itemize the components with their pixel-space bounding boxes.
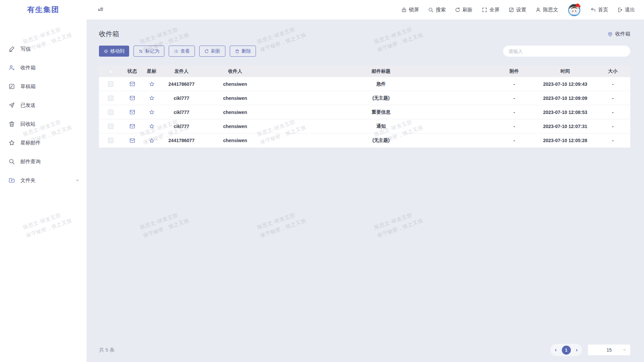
- star-toggle-icon[interactable]: [149, 95, 155, 101]
- fullscreen-icon: [482, 7, 487, 13]
- row-checkbox[interactable]: [108, 81, 113, 87]
- mail-attachment: -: [493, 124, 535, 129]
- table-row[interactable]: cikl777 chensiwen (无主题) - 2023-07-10 12:…: [99, 91, 630, 105]
- breadcrumb-label: 收件箱: [615, 31, 630, 37]
- sidebar-item-inbox[interactable]: 收件箱: [0, 58, 87, 77]
- unread-envelope-icon: [129, 124, 135, 129]
- mail-subject[interactable]: 通知: [269, 123, 493, 129]
- sidebar: 有生集团 写信 收件箱 草稿箱 已发送: [0, 0, 87, 362]
- list-icon: [174, 49, 178, 54]
- sidebar-item-starred[interactable]: 星标邮件: [0, 133, 87, 152]
- mail-subject[interactable]: (无主题): [269, 95, 493, 101]
- mail-time: 2023-07-10 12:09:43: [535, 81, 595, 87]
- table-row[interactable]: 2441786077 chensiwen (无主题) - 2023-07-10 …: [99, 133, 630, 147]
- logout-button[interactable]: 退出: [617, 7, 635, 13]
- settings-button[interactable]: 设置: [508, 7, 526, 13]
- mail-time: 2023-07-10 12:09:09: [535, 96, 595, 101]
- star-icon: [8, 139, 15, 146]
- mail-subject[interactable]: (无主题): [269, 137, 493, 143]
- pencil-icon: [8, 46, 15, 52]
- back-arrow-icon: [590, 7, 596, 13]
- mail-subject[interactable]: 重要信息: [269, 109, 493, 115]
- sidebar-item-mail-search[interactable]: 邮件查询: [0, 152, 87, 171]
- row-checkbox[interactable]: [108, 96, 113, 101]
- user-avatar[interactable]: [567, 3, 581, 17]
- mail-subject[interactable]: 急件: [269, 81, 493, 87]
- move-diamond-icon: [104, 49, 108, 54]
- sidebar-item-label: 文件夹: [20, 177, 36, 184]
- lock-screen-label: 锁屏: [409, 7, 419, 13]
- mail-time: 2023-07-10 12:05:28: [535, 138, 595, 143]
- menu-fold-icon[interactable]: [97, 6, 104, 13]
- sidebar-item-compose[interactable]: 写信: [0, 40, 87, 58]
- sidebar-item-folders[interactable]: 文件夹: [0, 171, 87, 190]
- sidebar-item-drafts[interactable]: 草稿箱: [0, 77, 87, 96]
- mark-as-label: 标记为: [145, 48, 159, 54]
- fullscreen-button[interactable]: 全屏: [482, 7, 499, 13]
- mail-time: 2023-07-10 12:08:53: [535, 110, 595, 115]
- mail-sender: 2441786077: [161, 138, 202, 143]
- star-toggle-icon[interactable]: [149, 138, 155, 143]
- star-toggle-icon[interactable]: [149, 109, 155, 115]
- sidebar-item-sent[interactable]: 已发送: [0, 96, 87, 115]
- edit-square-icon: [508, 7, 514, 13]
- home-button[interactable]: 首页: [590, 7, 608, 13]
- mail-table: 状态 星标 发件人 收件人 邮件标题 附件 时间 大小 2441786077 c…: [99, 66, 630, 147]
- footer: 共 5 条 ‹ 1 › 15: [87, 338, 644, 362]
- page-title: 收件箱: [99, 29, 119, 39]
- refresh-button[interactable]: 刷新: [455, 7, 473, 13]
- view-button[interactable]: 查看: [169, 46, 195, 57]
- search-icon: [428, 7, 434, 13]
- sidebar-item-label: 草稿箱: [20, 83, 36, 90]
- search-button[interactable]: 搜索: [428, 7, 446, 13]
- folder-add-icon: [8, 177, 15, 184]
- mail-size: -: [595, 81, 630, 87]
- refresh-list-button[interactable]: 刷新: [199, 46, 225, 57]
- row-checkbox[interactable]: [108, 124, 113, 129]
- sidebar-menu: 写信 收件箱 草稿箱 已发送 回收站: [0, 19, 87, 190]
- table-row[interactable]: cikl777 chensiwen 重要信息 - 2023-07-10 12:0…: [99, 105, 630, 119]
- mail-attachment: -: [493, 138, 535, 143]
- mail-size: -: [595, 96, 630, 101]
- row-checkbox[interactable]: [108, 138, 113, 143]
- logout-icon: [617, 7, 623, 13]
- move-to-button[interactable]: 移动到: [99, 46, 129, 57]
- star-toggle-icon[interactable]: [149, 123, 155, 129]
- chevron-down-icon: [75, 178, 80, 183]
- mail-size: -: [595, 138, 630, 143]
- table-row[interactable]: cikl777 chensiwen 通知 - 2023-07-10 12:07:…: [99, 119, 630, 133]
- main-content: 收件箱 收件箱 移动到 标记为 查看 刷新 删除: [87, 19, 644, 362]
- column-header-time: 时间: [535, 68, 595, 74]
- column-header-sender: 发件人: [161, 68, 202, 74]
- refresh-list-label: 刷新: [211, 48, 220, 54]
- page-size-select[interactable]: 15: [588, 345, 630, 355]
- chevron-down-icon: [623, 348, 627, 352]
- mark-as-button[interactable]: 标记为: [133, 46, 164, 57]
- sidebar-item-label: 星标邮件: [20, 140, 41, 146]
- next-page-button[interactable]: ›: [576, 347, 578, 353]
- search-label: 搜索: [436, 7, 446, 13]
- mail-sender: 2441786077: [161, 81, 202, 87]
- select-all-checkbox[interactable]: [108, 69, 113, 74]
- row-checkbox[interactable]: [108, 110, 113, 115]
- page-size-value: 15: [606, 347, 612, 353]
- lock-screen-button[interactable]: 锁屏: [401, 7, 419, 13]
- search-input[interactable]: [503, 46, 630, 57]
- trash-icon: [8, 121, 15, 127]
- mail-sender: cikl777: [161, 96, 202, 101]
- prev-page-button[interactable]: ‹: [555, 347, 556, 353]
- sidebar-item-trash[interactable]: 回收站: [0, 115, 87, 133]
- mail-attachment: -: [493, 81, 535, 87]
- page-number-button[interactable]: 1: [562, 346, 571, 355]
- table-row[interactable]: 2441786077 chensiwen 急件 - 2023-07-10 12:…: [99, 77, 630, 91]
- star-toggle-icon[interactable]: [149, 81, 155, 87]
- mail-recipient: chensiwen: [202, 96, 269, 101]
- user-menu[interactable]: 陈思文: [535, 7, 558, 13]
- lock-icon: [401, 7, 407, 13]
- sidebar-item-label: 收件箱: [20, 65, 36, 71]
- location-pin-icon: [607, 32, 613, 37]
- mail-attachment: -: [493, 96, 535, 101]
- home-label: 首页: [598, 7, 608, 13]
- delete-button[interactable]: 删除: [230, 46, 256, 57]
- sidebar-item-label: 写信: [20, 46, 31, 52]
